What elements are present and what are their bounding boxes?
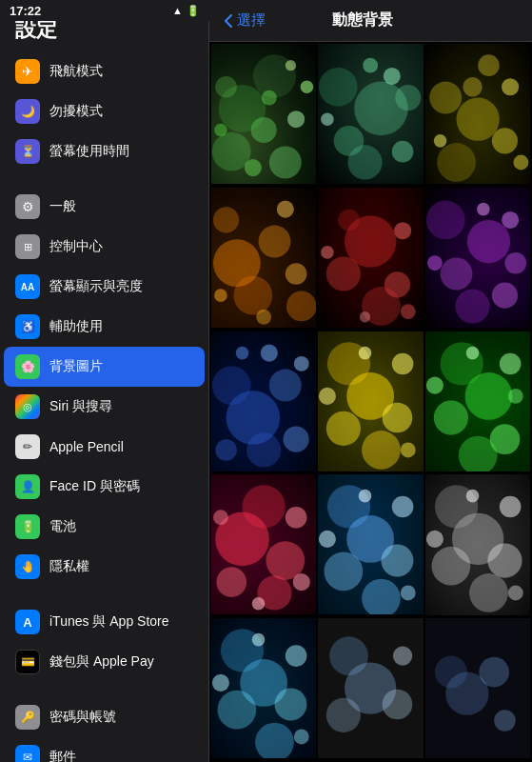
svg-point-7	[301, 80, 314, 93]
svg-point-45	[321, 246, 334, 259]
svg-point-74	[359, 346, 372, 359]
sidebar-label-wallpaper: 背景圖片	[49, 358, 103, 375]
sidebar-item-battery[interactable]: 🔋 電池	[4, 507, 205, 547]
wallpaper-cell-14[interactable]	[318, 618, 423, 758]
back-chevron-icon	[225, 14, 232, 28]
main-content: 選擇 動態背景	[209, 0, 532, 762]
wallpaper-cell-9[interactable]	[425, 331, 530, 471]
status-bar: 17:22 ▲ 🔋	[0, 0, 209, 21]
svg-point-122	[383, 690, 413, 720]
wallpaper-cell-12[interactable]	[425, 474, 530, 614]
main-header-title: 動態背景	[266, 10, 460, 30]
svg-point-91	[213, 511, 228, 526]
svg-point-15	[319, 68, 358, 107]
airplane-icon: ✈	[15, 59, 40, 84]
svg-point-42	[339, 209, 361, 231]
sidebar-item-privacy[interactable]: 🤚 隱私權	[4, 547, 205, 587]
wallpaper-cell-3[interactable]	[425, 44, 530, 184]
sidebar-item-controlcenter[interactable]: ⊞ 控制中心	[4, 227, 205, 267]
svg-point-17	[348, 145, 383, 179]
wallpaper-cell-15[interactable]	[425, 618, 530, 758]
svg-point-119	[252, 633, 266, 647]
wallpaper-cell-4[interactable]	[211, 188, 316, 328]
svg-point-128	[494, 710, 516, 732]
sidebar-item-airplane[interactable]: ✈ 飛航模式	[4, 51, 205, 91]
wallpaper-grid	[209, 42, 532, 762]
sidebar-label-faceid: Face ID 與密碼	[49, 478, 140, 495]
svg-point-92	[252, 597, 266, 611]
sidebar-item-wallet[interactable]: 💳 錢包與 Apple Pay	[4, 642, 205, 682]
sidebar-item-faceid[interactable]: 👤 Face ID 與密碼	[4, 467, 205, 507]
svg-point-98	[362, 579, 401, 614]
svg-point-18	[321, 112, 334, 126]
sidebar-item-appstore[interactable]: A iTunes 與 App Store	[4, 602, 205, 642]
sidebar-item-accessibility[interactable]: ♿ 輔助使用	[4, 307, 205, 347]
svg-point-20	[364, 58, 379, 73]
svg-point-81	[426, 376, 443, 393]
sidebar-item-dnd[interactable]: 🌙 勿擾模式	[4, 91, 205, 131]
sidebar-section-1: ✈ 飛航模式 🌙 勿擾模式 ⏳ 螢幕使用時間	[0, 51, 208, 171]
svg-point-95	[382, 545, 414, 577]
svg-point-87	[216, 568, 246, 598]
sidebar-label-siri: Siri 與搜尋	[49, 398, 112, 415]
sidebar-item-screentime[interactable]: ⏳ 螢幕使用時間	[4, 131, 205, 171]
svg-point-112	[218, 691, 257, 730]
sidebar-section-4: 🔑 密碼與帳號 ✉ 郵件 👤 聯絡人 📅 行事曆 📝 備忘錄 🔔 提醒事項 🎤 …	[0, 697, 208, 762]
sidebar-item-wallpaper[interactable]: 🌸 背景圖片	[4, 347, 205, 387]
svg-point-50	[492, 282, 518, 308]
wallpaper-cell-1[interactable]	[211, 44, 316, 184]
wallpaper-cell-2[interactable]	[318, 44, 423, 184]
svg-point-33	[286, 263, 307, 285]
svg-point-67	[326, 411, 361, 445]
svg-point-117	[212, 674, 229, 692]
svg-point-27	[433, 134, 446, 148]
svg-point-103	[431, 547, 470, 586]
applepencil-icon: ✏	[15, 434, 40, 459]
sidebar-item-mail[interactable]: ✉ 郵件	[4, 737, 205, 762]
sidebar-item-siri[interactable]: ◎ Siri 與搜尋	[4, 387, 205, 427]
svg-point-51	[426, 200, 465, 239]
svg-point-8	[245, 159, 262, 176]
wallpaper-cell-6[interactable]	[425, 188, 530, 328]
svg-point-83	[465, 346, 479, 359]
wallpaper-cell-11[interactable]	[318, 474, 423, 614]
back-button[interactable]: 選擇	[225, 11, 266, 30]
battery-icon: 🔋	[187, 5, 200, 17]
passwords-icon: 🔑	[15, 705, 40, 730]
svg-point-64	[246, 432, 281, 467]
sidebar-label-accessibility: 輔助使用	[49, 318, 103, 335]
svg-point-104	[487, 544, 522, 578]
status-time: 17:22	[10, 4, 41, 18]
svg-point-3	[269, 146, 302, 178]
wallpaper-cell-7[interactable]	[211, 331, 316, 471]
wallpaper-cell-8[interactable]	[318, 331, 423, 471]
wallpaper-cell-10[interactable]	[211, 474, 316, 614]
svg-point-26	[478, 54, 500, 76]
svg-point-94	[325, 552, 364, 592]
wallpaper-cell-13[interactable]	[211, 618, 316, 758]
svg-point-35	[277, 200, 294, 217]
svg-point-71	[362, 431, 401, 470]
svg-point-124	[393, 647, 412, 666]
faceid-icon: 👤	[15, 474, 40, 499]
svg-point-110	[465, 490, 479, 503]
svg-point-88	[286, 507, 307, 529]
svg-point-37	[256, 310, 271, 325]
sidebar-label-passwords: 密碼與帳號	[49, 709, 116, 726]
svg-point-10	[262, 90, 277, 106]
svg-point-108	[426, 531, 443, 548]
sidebar-item-display[interactable]: AA 螢幕顯示與亮度	[4, 267, 205, 307]
sidebar-label-applepencil: Apple Pencil	[49, 439, 124, 454]
svg-point-19	[396, 85, 422, 110]
svg-point-68	[383, 402, 413, 432]
svg-point-49	[440, 257, 472, 290]
sidebar-label-dnd: 勿擾模式	[49, 103, 103, 120]
sidebar-item-general[interactable]: ⚙ 一般	[4, 187, 205, 227]
wallpaper-cell-5[interactable]	[318, 188, 423, 328]
sidebar-item-applepencil[interactable]: ✏ Apple Pencil	[4, 427, 205, 467]
sidebar-label-privacy: 隱私權	[49, 558, 89, 575]
accessibility-icon: ♿	[15, 314, 40, 339]
svg-point-126	[479, 657, 509, 688]
svg-point-113	[274, 689, 306, 721]
sidebar-item-passwords[interactable]: 🔑 密碼與帳號	[4, 697, 205, 737]
